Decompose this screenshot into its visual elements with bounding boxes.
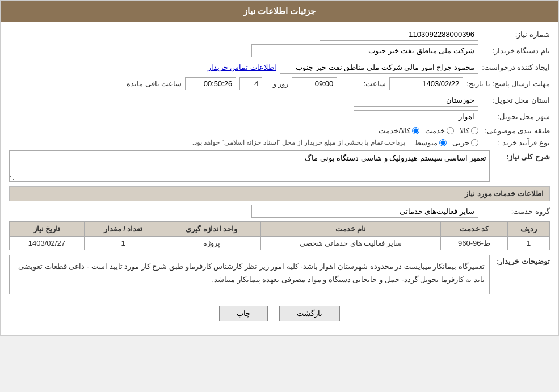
ostan-input[interactable] <box>354 94 478 107</box>
roz-input[interactable] <box>239 77 262 90</box>
shahr-input[interactable] <box>354 110 478 123</box>
button-row: بازگشت چاپ <box>9 300 550 330</box>
col-tedad: تعداد / مقدار <box>84 222 162 237</box>
name-dastgah-input[interactable] <box>251 44 478 57</box>
mohlat-label: مهلت ارسال پاسخ: تا تاریخ: <box>466 79 550 88</box>
remain-time-input[interactable] <box>185 77 236 90</box>
tabaqe-khadamat-radio[interactable] <box>447 127 454 134</box>
ijad-input[interactable] <box>280 61 478 74</box>
col-radif: ردیف <box>508 222 550 237</box>
col-tarikh: تاریخ نیاز <box>10 222 85 237</box>
navoe-jozi-label: جزیی <box>452 138 469 147</box>
col-vahed: واحد اندازه گیری <box>162 222 261 237</box>
back-button[interactable]: بازگشت <box>279 306 340 321</box>
notes-content: تعمیرگاه بیمانکار میبایست در محدوده شهرس… <box>9 255 490 294</box>
page-title: جزئیات اطلاعات نیاز <box>1 1 558 22</box>
tabaqe-kala-khadamat-label: کالا/خدمت <box>379 127 410 135</box>
sharh-label: شرح کلی نیاز: <box>493 150 550 161</box>
shomara-input[interactable] <box>320 28 478 41</box>
navoe-text: پرداخت تمام یا بخشی از مبلغ خریدار از مح… <box>192 138 405 146</box>
col-name: نام خدمت <box>261 222 441 237</box>
saat-label: ساعت باقی مانده <box>127 79 182 88</box>
shahr-label: شهر محل تحویل: <box>482 112 550 121</box>
col-kod: کد خدمت <box>440 222 507 237</box>
services-table: ردیف کد خدمت نام خدمت واحد اندازه گیری ت… <box>9 221 550 250</box>
navoe-radio-group: جزیی متوسط <box>414 138 478 147</box>
print-button[interactable]: چاپ <box>219 306 268 321</box>
navoe-motovaset-radio[interactable] <box>439 139 447 146</box>
name-dastgah-label: نام دستگاه خریدار: <box>482 47 550 55</box>
ostan-label: استان محل تحویل: <box>482 96 550 104</box>
mohlat-time-label: ساعت: <box>341 79 386 88</box>
navoe-motovaset-label: متوسط <box>414 138 438 147</box>
tamas-link[interactable]: اطلاعات تماس خریدار <box>208 63 276 71</box>
tabaqe-kala-khadamat-radio[interactable] <box>412 127 419 134</box>
tabaqe-radio-group: کالا خدمت کالا/خدمت <box>379 127 478 135</box>
navoe-label: نوع فرآیند خرید : <box>482 138 550 147</box>
table-row: 1ط-96-960سایر فعالیت های خدماتی شخصیپروژ… <box>10 237 550 250</box>
tabaqe-khadamat-label: خدمت <box>425 127 445 135</box>
roz-label: روز و <box>266 79 288 88</box>
tabaqe-kala-label: کالا <box>460 127 469 135</box>
tabaqe-label: طبقه بندی موضوعی: <box>482 127 550 135</box>
ijad-label: ایجاد کننده درخواست: <box>482 63 550 71</box>
grouh-label: گروه خدمت: <box>482 207 550 216</box>
tabaqe-kala-radio[interactable] <box>471 127 478 134</box>
mohlat-date-input[interactable] <box>389 77 463 90</box>
navoe-jozi-radio[interactable] <box>471 139 478 146</box>
sharh-textarea[interactable] <box>9 150 490 182</box>
shomara-label: شماره نیاز: <box>482 30 550 39</box>
khadamat-header: اطلاعات خدمات مورد نیاز <box>9 186 550 201</box>
mohlat-time-input[interactable] <box>292 77 337 90</box>
notes-label: توضیحات خریدار: <box>493 255 550 265</box>
grouh-input[interactable] <box>251 205 478 218</box>
